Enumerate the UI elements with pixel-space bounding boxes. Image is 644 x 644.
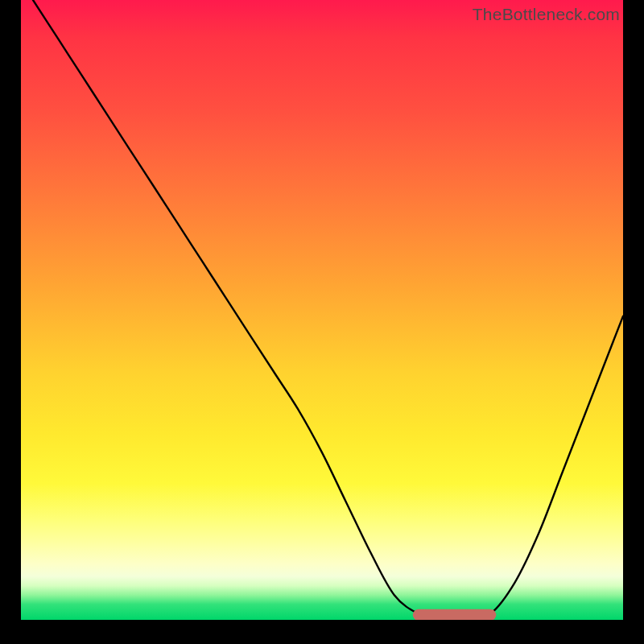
- curve-line: [33, 0, 623, 620]
- bottleneck-curve: [21, 0, 623, 620]
- plot-area: [21, 0, 623, 620]
- chart-frame: TheBottleneck.com: [0, 0, 644, 644]
